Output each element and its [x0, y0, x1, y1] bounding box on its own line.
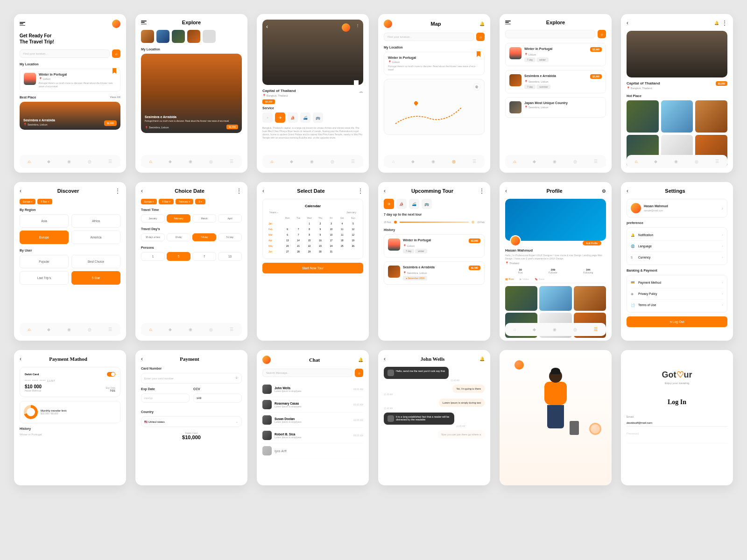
section-best-place: Best PlaceView All [20, 96, 120, 99]
more-icon[interactable]: ⋮ [115, 188, 120, 194]
location-card[interactable]: Winter in Portugal📍LisbonPortugal there'… [384, 52, 485, 75]
hero-image[interactable] [627, 31, 727, 77]
more-icon[interactable]: ⋮ [358, 188, 363, 194]
page-title: Profile [507, 188, 602, 194]
setting-notification[interactable]: 🔔Notification› [631, 230, 723, 241]
chat-item[interactable]: Rosemary CasasLorem Ipsum is simplyess05… [262, 397, 363, 413]
card-toggle[interactable] [107, 372, 115, 377]
password-field[interactable]: Password [627, 432, 727, 443]
search-input[interactable]: Find your location... [20, 49, 110, 58]
user-options[interactable]: PopularBest ChoiceLast Trip's5 Star [20, 255, 120, 285]
settings-icon[interactable]: ⚙ [602, 189, 606, 194]
card-number-input[interactable]: Enter your card number👁 [141, 373, 242, 384]
bottom-nav[interactable]: ⌂◆◉◎☰ [20, 155, 120, 168]
bottom-nav[interactable]: ⌂◆◉◎☰ [141, 155, 242, 168]
debit-card[interactable]: Debit Card **** **** **** 1157 $10 000Ha… [20, 367, 120, 397]
section-my-location: My Location [20, 63, 120, 66]
bottom-nav[interactable]: ⌂◆◉◎☰ [20, 323, 120, 336]
category-thumbs[interactable] [141, 30, 242, 43]
profile-bio: Hello, I'm Professional Expert UI/UX Des… [505, 254, 606, 260]
bottom-nav[interactable]: ⌂◆◉◎☰ [505, 155, 606, 168]
map-view[interactable]: ◎ [384, 79, 485, 135]
list-item[interactable]: Sesimbra e Arrabida$2,000📍Sesimbra, Lisb… [505, 70, 606, 93]
section-hot-place: Hot Place [627, 94, 727, 98]
menu-icon[interactable] [505, 21, 511, 24]
history-item[interactable]: Sesimbra e Arrabida$1,500📍Sesimbra, Lisb… [384, 261, 485, 285]
start-tour-button[interactable]: Start Now Tour [262, 263, 363, 273]
section-user: By User [20, 249, 120, 252]
bottom-nav[interactable]: ⌂◆◉◎☰ [505, 323, 606, 336]
calendar-card[interactable]: Calendar Years ‹January MonTueWedThuFriS… [262, 199, 363, 259]
filter-chips[interactable]: Europe ×5 Star ×February ×1 × [141, 199, 242, 204]
avatar[interactable] [262, 356, 271, 364]
discover-screen: ‹Discover⋮ Europe ×5 Star × By Region As… [14, 182, 126, 341]
setting-terms[interactable]: 📄Terms of Use› [631, 300, 723, 310]
bottom-nav[interactable]: ⌂◆◉◎☰ [627, 155, 727, 168]
place-card[interactable]: Sesimbra e Arrabida📍Sesimbra, Lisbon $2,… [20, 102, 120, 130]
section-service: Service [262, 106, 363, 110]
page-title: Discover [21, 188, 115, 194]
history-item[interactable]: Winter in Portugal$3,000📍Lisbon7 daywint… [384, 234, 485, 258]
chat-item[interactable]: John WellsLorem Ipsum is simplyess08:00 … [262, 382, 363, 397]
avatar[interactable] [112, 20, 120, 28]
transport-tabs[interactable]: ✈⛵🚄🚌 [384, 199, 485, 209]
region-options[interactable]: AsiaAfricaEuropeAmerica [20, 214, 120, 244]
profile-tabs[interactable]: ▦ Post▶ Video🔖 Save [505, 278, 606, 283]
setting-language[interactable]: 🌐Language› [631, 241, 723, 252]
email-field[interactable]: Email [627, 415, 727, 427]
setting-payment[interactable]: 💳Payment Method› [631, 277, 723, 288]
setting-privacy[interactable]: ◉Privacy Policy› [631, 288, 723, 300]
message-out: Yet, i'm going to there [452, 385, 485, 393]
filter-chips[interactable]: Europe ×5 Star × [20, 199, 120, 204]
back-button[interactable]: ‹ [266, 23, 268, 30]
search-button[interactable]: ⌕ [598, 30, 606, 38]
search-button[interactable]: ⌕ [355, 369, 363, 377]
avatar[interactable] [510, 235, 521, 246]
search-button[interactable]: ⌕ [476, 33, 485, 41]
profile-card[interactable]: Hasan Mahmudsample@mail.com› [627, 199, 727, 217]
menu-icon[interactable] [20, 22, 25, 26]
description: Bangkok, Thailand's capital, is a large … [262, 126, 363, 140]
bell-icon[interactable]: 🔔 [714, 21, 719, 25]
setting-currency[interactable]: $Currency› [631, 252, 723, 263]
more-icon[interactable]: ⋮ [356, 23, 359, 30]
list-item[interactable]: Japan Most Unique Country📍Sesimbra, Lisb… [505, 97, 606, 118]
chat-item[interactable]: Iyes Arff [262, 443, 363, 459]
avatar[interactable] [384, 20, 392, 28]
hot-place-screen: ‹🔔⋮ Capital of Thailand📍Bangkok, Thailan… [621, 14, 733, 173]
page-title: Select Date [264, 188, 358, 194]
settings-screen: ‹Settings Hasan Mahmudsample@mail.com› p… [621, 182, 733, 341]
menu-icon[interactable] [141, 21, 147, 24]
back-button[interactable]: ‹ [627, 20, 628, 26]
ccv-input[interactable]: 143 [193, 393, 242, 403]
month-options[interactable]: JanuaryFebruaryMarchApril [141, 214, 242, 223]
bell-icon[interactable]: 🔔 [358, 357, 363, 362]
country-select[interactable]: 🇺🇸 United states⌄ [141, 416, 242, 427]
chat-item[interactable]: Robert B. SicaLorem Ipsum is simplyess08… [262, 428, 363, 443]
exp-date-input[interactable]: mm/yy [141, 393, 190, 403]
service-tabs[interactable]: +✈⛵🚄🚌 [262, 112, 363, 123]
map-screen: Map🔔 Find your location...⌕ My Location … [378, 14, 490, 173]
list-item[interactable]: Winter in Portugal$3,000📍Lisbon7 daywint… [505, 43, 606, 66]
bell-icon[interactable]: 🔔 [479, 21, 485, 26]
search-input[interactable] [505, 30, 595, 38]
bell-icon[interactable]: 🔔 [479, 357, 485, 361]
bookmark-icon[interactable] [354, 80, 359, 87]
logout-button[interactable]: ⎋ Log Out [627, 316, 727, 327]
edit-profile-button[interactable]: Edit Profile [583, 241, 601, 245]
person-options[interactable]: 15710 [141, 252, 242, 261]
days-options[interactable]: 30 day's or less10-day7-8 day5-2 day [141, 233, 242, 241]
more-icon[interactable]: ⋮ [236, 188, 242, 194]
label-country: Country [141, 410, 242, 413]
search-button[interactable]: ⌕ [112, 49, 120, 58]
search-input[interactable]: Search Message... [262, 369, 352, 377]
featured-card[interactable]: Sesimbra e ArrabidaPortugal there's so m… [141, 54, 242, 133]
more-icon[interactable]: ⋮ [722, 20, 727, 26]
bottom-nav[interactable]: ⌂◆◉◎☰ [384, 155, 485, 168]
search-input[interactable]: Find your location... [384, 33, 474, 41]
bottom-nav[interactable]: ⌂◆◉◎☰ [262, 155, 363, 168]
chat-item[interactable]: Susan DoolanLorem Ipsum is simplyess12:0… [262, 413, 363, 428]
bottom-nav[interactable]: ⌂◆◉◎☰ [141, 323, 242, 336]
more-icon[interactable]: ⋮ [479, 188, 485, 194]
location-card[interactable]: Winter in Portugal📍LisbonPortugal there'… [20, 69, 120, 92]
